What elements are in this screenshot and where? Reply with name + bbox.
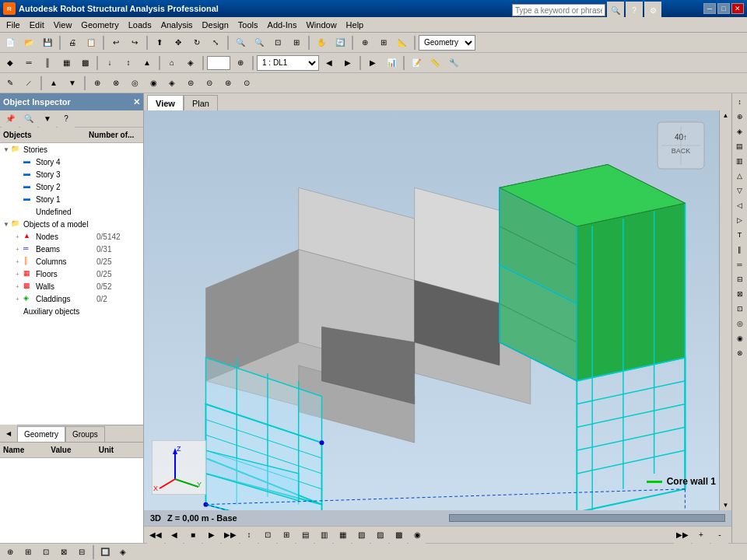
tb-select[interactable]: ⬆ [151, 34, 168, 51]
tb-story-down[interactable]: ▼ [64, 75, 81, 92]
help-btn1[interactable]: ? [626, 2, 643, 19]
rt-btn-14[interactable]: ⊠ [733, 287, 747, 301]
inspector-close[interactable]: ✕ [133, 97, 140, 107]
rt-btn-6[interactable]: △ [733, 169, 747, 183]
tb-material[interactable]: ◈ [182, 54, 199, 72]
inspector-tb-search[interactable]: 🔍 [20, 110, 37, 128]
vp-scrollbar-right[interactable]: ▲ ▼ [719, 110, 731, 510]
tb-cursor6[interactable]: ⊜ [182, 75, 199, 92]
tb-wall2[interactable]: ▩ [76, 54, 93, 72]
tb-cursor4[interactable]: ◉ [145, 75, 162, 92]
tb-pan[interactable]: ✋ [313, 34, 330, 51]
tb-cursor8[interactable]: ⊛ [219, 75, 237, 92]
tb-beam2[interactable]: ═ [20, 54, 37, 72]
rt-btn-10[interactable]: T [733, 228, 747, 242]
tb-load1[interactable]: ↓ [101, 54, 118, 72]
tb-node[interactable]: ◆ [2, 54, 19, 72]
expand-beams[interactable]: + [16, 246, 23, 253]
panel-scroll-left[interactable]: ◀ [0, 425, 17, 442]
expand-claddings[interactable]: + [16, 296, 23, 303]
bt-3[interactable]: ⊡ [37, 544, 54, 561]
bt-7[interactable]: ◈ [114, 544, 132, 561]
tb-scale[interactable]: ⤡ [207, 34, 224, 51]
menu-loads[interactable]: Loads [124, 19, 156, 31]
rt-btn-9[interactable]: ▷ [733, 213, 747, 227]
tb-lc-prev[interactable]: ◀ [321, 54, 338, 72]
rt-btn-11[interactable]: ‖ [733, 243, 747, 257]
close-button[interactable]: ✕ [731, 3, 744, 14]
tree-item-nodes[interactable]: + ▲ Nodes 0/5142 [0, 230, 143, 243]
tb-undo[interactable]: ↩ [107, 34, 124, 51]
tb-code1[interactable]: 📝 [408, 54, 425, 72]
vp-tb-1[interactable]: ◀◀ [147, 527, 164, 544]
tree-item-auxiliary[interactable]: Auxiliary objects [0, 305, 143, 317]
select-field[interactable] [207, 56, 230, 70]
vp-tb-end[interactable]: ▶▶ [674, 527, 691, 544]
scroll-up-arrow[interactable]: ▲ [721, 110, 731, 121]
vp-tab-plan[interactable]: Plan [184, 95, 218, 110]
tb-analyze[interactable]: ▶ [364, 54, 381, 72]
vp-tb-8[interactable]: ⊞ [278, 527, 295, 544]
tab-geometry[interactable]: Geometry [17, 426, 65, 442]
vp-tb-3[interactable]: ■ [184, 527, 202, 544]
tree-item-model-objects[interactable]: ▼ 📁 Objects of a model [0, 218, 143, 230]
tb-draw2[interactable]: ⟋ [20, 75, 37, 92]
rt-btn-18[interactable]: ⊗ [733, 346, 747, 360]
tb-open[interactable]: 📂 [20, 34, 37, 51]
expand-stories[interactable]: ▼ [3, 146, 11, 153]
tb-cursor7[interactable]: ⊝ [201, 75, 218, 92]
expand-walls[interactable]: + [16, 283, 23, 290]
tb-floor2[interactable]: ▦ [58, 54, 75, 72]
tb-move[interactable]: ✥ [170, 34, 187, 51]
vp-tb-13[interactable]: ▨ [371, 527, 388, 544]
tb-cursor9[interactable]: ⊙ [238, 75, 255, 92]
tree-item-claddings[interactable]: + ◈ Claddings 0/2 [0, 292, 143, 305]
vp-tb-10[interactable]: ▥ [315, 527, 332, 544]
tb-code2[interactable]: 📏 [426, 54, 444, 72]
menu-analysis[interactable]: Analysis [156, 19, 198, 31]
menu-tools[interactable]: Tools [233, 19, 263, 31]
tb-cursor2[interactable]: ⊗ [107, 75, 124, 92]
expand-model[interactable]: ▼ [3, 221, 11, 228]
vp-tb-6[interactable]: ↕ [240, 527, 258, 544]
vp-tb-zoom-in[interactable]: + [693, 527, 710, 544]
menu-file[interactable]: File [2, 19, 25, 31]
tree-item-columns[interactable]: + ║ Columns 0/25 [0, 255, 143, 268]
vp-tab-view[interactable]: View [147, 95, 184, 110]
tb-section[interactable]: ⌂ [163, 54, 181, 72]
tree-item-story1[interactable]: ▬ Story 1 [0, 193, 143, 205]
rt-btn-2[interactable]: ⊕ [733, 110, 747, 124]
load-case-dropdown[interactable]: 1 : DL1 2 : LL1 [257, 55, 319, 71]
bt-1[interactable]: ⊕ [2, 544, 19, 561]
vp-tb-14[interactable]: ▩ [390, 527, 407, 544]
tb-draw1[interactable]: ✎ [2, 75, 19, 92]
vp-tb-12[interactable]: ▧ [352, 527, 370, 544]
settings-btn[interactable]: ⚙ [644, 2, 661, 19]
tree-item-floors[interactable]: + ▦ Floors 0/25 [0, 268, 143, 280]
tb-new[interactable]: 📄 [2, 34, 19, 51]
menu-design[interactable]: Design [198, 19, 233, 31]
vp-tb-7[interactable]: ⊡ [259, 527, 276, 544]
tb-cursor3[interactable]: ◎ [126, 75, 143, 92]
tb-rotate3d[interactable]: 🔄 [331, 34, 349, 51]
vp-tb-9[interactable]: ▤ [296, 527, 314, 544]
tree-item-stories[interactable]: ▼ 📁 Stories [0, 143, 143, 156]
maximize-button[interactable]: □ [717, 3, 730, 14]
rt-btn-3[interactable]: ◈ [733, 124, 747, 138]
inspector-tb-filter[interactable]: ▼ [39, 110, 56, 128]
inspector-tb-help[interactable]: ? [58, 110, 75, 128]
rt-btn-7[interactable]: ▽ [733, 184, 747, 198]
rt-btn-4[interactable]: ▤ [733, 139, 747, 153]
rt-btn-13[interactable]: ⊟ [733, 272, 747, 286]
tb-support[interactable]: ▲ [139, 54, 156, 72]
tree-item-undefined[interactable]: Undefined [0, 205, 143, 218]
menu-view[interactable]: View [49, 19, 77, 31]
tb-save[interactable]: 💾 [39, 34, 56, 51]
tb-snap[interactable]: ⊕ [356, 34, 374, 51]
menu-addins[interactable]: Add-Ins [263, 19, 302, 31]
vp-tb-zoom-out[interactable]: - [711, 527, 728, 544]
tb-print2[interactable]: 📋 [82, 34, 100, 51]
rt-btn-1[interactable]: ↕ [733, 95, 747, 109]
vp-tb-15[interactable]: ◉ [409, 527, 426, 544]
menu-geometry[interactable]: Geometry [76, 19, 123, 31]
